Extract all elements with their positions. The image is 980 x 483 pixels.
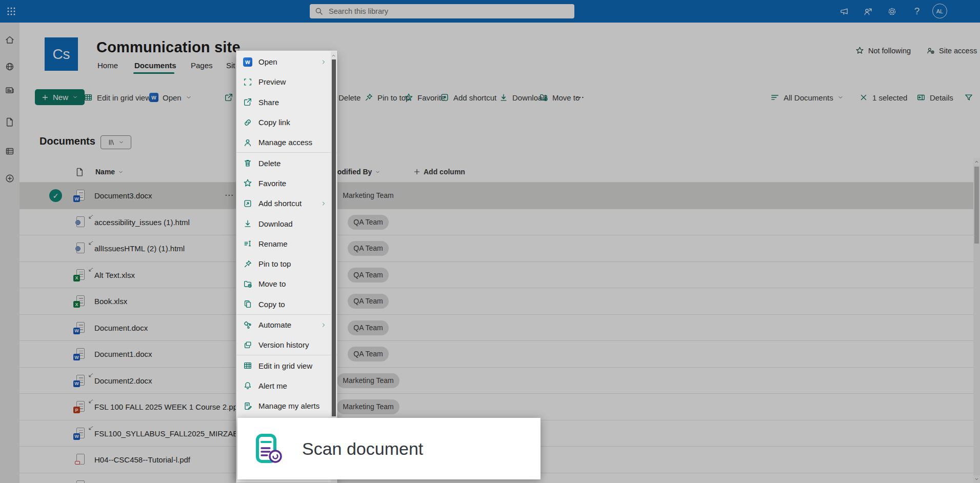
menu-item-label: Copy link <box>258 118 290 127</box>
menu-item-preview[interactable]: Preview <box>236 72 337 92</box>
copy-icon <box>243 299 252 309</box>
menu-item-label: Manage my alerts <box>258 401 319 410</box>
menu-item-favorite[interactable]: Favorite <box>236 173 337 193</box>
chevron-right-icon <box>321 200 327 207</box>
menu-item-manage-access[interactable]: Manage access <box>236 132 337 152</box>
person-icon <box>243 138 252 147</box>
menu-item-copy-link[interactable]: Copy link <box>236 112 337 132</box>
grid-icon <box>243 361 252 370</box>
menu-item-share[interactable]: Share <box>236 92 337 112</box>
trash-icon <box>243 158 252 168</box>
menu-item-label: Favorite <box>258 179 286 188</box>
version-history-icon <box>243 340 252 350</box>
menu-item-label: Copy to <box>258 300 285 309</box>
menu-item-automate[interactable]: Automate <box>236 315 337 335</box>
link-icon <box>243 118 252 127</box>
menu-item-label: Delete <box>258 159 281 168</box>
folder-move-icon <box>243 279 252 289</box>
download-icon <box>243 219 252 228</box>
pin-icon <box>243 259 252 269</box>
menu-item-label: Add shortcut <box>258 199 302 208</box>
share-icon <box>243 97 252 107</box>
menu-item-label: Manage access <box>258 138 312 147</box>
manage-alerts-icon <box>243 401 252 411</box>
shortcut-icon <box>243 199 252 208</box>
chevron-right-icon <box>321 322 327 328</box>
menu-scrollbar[interactable] <box>331 51 336 482</box>
menu-item-open[interactable]: Open <box>236 52 337 72</box>
menu-item-move-to[interactable]: Move to <box>236 274 337 294</box>
menu-item-edit-in-grid-view[interactable]: Edit in grid view <box>236 355 337 375</box>
bell-icon <box>243 381 252 390</box>
menu-item-label: Open <box>258 57 277 66</box>
scan-document-icon <box>254 432 284 465</box>
menu-item-manage-my-alerts[interactable]: Manage my alerts <box>236 396 337 416</box>
menu-item-delete[interactable]: Delete <box>236 153 337 173</box>
menu-item-label: Share <box>258 98 279 107</box>
menu-item-download[interactable]: Download <box>236 213 337 233</box>
sharepoint-document-library: ? AL Cs Communication site Home Document… <box>0 0 980 483</box>
chevron-up-icon <box>331 53 336 58</box>
menu-item-version-history[interactable]: Version history <box>236 335 337 355</box>
star-icon <box>243 178 252 188</box>
menu-item-label: Edit in grid view <box>258 361 312 370</box>
preview-icon <box>243 77 252 87</box>
word-icon <box>243 57 252 67</box>
menu-item-label: Pin to top <box>258 259 291 268</box>
rename-icon <box>243 239 252 248</box>
menu-scroll-up-button[interactable] <box>331 52 336 58</box>
dim-overlay <box>0 0 980 483</box>
menu-item-label: Move to <box>258 279 286 288</box>
menu-item-add-shortcut[interactable]: Add shortcut <box>236 193 337 213</box>
scan-document-label: Scan document <box>302 439 423 459</box>
scan-document-callout[interactable]: Scan document <box>237 418 541 479</box>
menu-item-label: Preview <box>258 77 286 86</box>
menu-item-copy-to[interactable]: Copy to <box>236 294 337 314</box>
chevron-right-icon <box>321 59 327 65</box>
menu-item-label: Download <box>258 219 293 228</box>
menu-item-pin-to-top[interactable]: Pin to top <box>236 254 337 274</box>
menu-item-label: Alert me <box>258 381 287 390</box>
menu-item-label: Automate <box>258 320 291 329</box>
menu-item-alert-me[interactable]: Alert me <box>236 376 337 396</box>
menu-scrollbar-thumb[interactable] <box>332 59 336 416</box>
menu-item-label: Rename <box>258 239 288 248</box>
menu-item-rename[interactable]: Rename <box>236 234 337 254</box>
menu-item-label: Version history <box>258 340 309 349</box>
automate-icon <box>243 320 252 330</box>
